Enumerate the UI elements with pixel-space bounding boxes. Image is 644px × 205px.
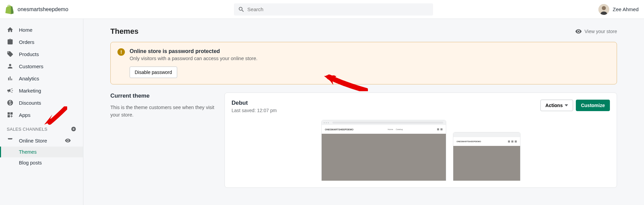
view-your-store-link[interactable]: View your store bbox=[575, 28, 617, 35]
sales-channels-label: SALES CHANNELS bbox=[0, 121, 83, 134]
subnav-blog-posts[interactable]: Blog posts bbox=[0, 157, 83, 168]
nav-customers[interactable]: Customers bbox=[0, 60, 83, 72]
user-menu[interactable]: Zee Ahmed bbox=[598, 4, 639, 15]
user-avatar bbox=[598, 4, 609, 15]
banner-title: Online store is password protected bbox=[130, 48, 610, 54]
main-content: Themes View your store ! Online store is… bbox=[83, 19, 644, 205]
desktop-preview: ONESMARTSHEEPDEMO HomeCatalog Image with… bbox=[321, 120, 446, 181]
disable-password-button[interactable]: Disable password bbox=[130, 67, 177, 78]
nav-online-store[interactable]: Online Store bbox=[0, 134, 83, 147]
current-theme-heading: Current theme bbox=[110, 93, 215, 99]
top-header: onesmartsheepdemo Zee Ahmed bbox=[0, 0, 644, 19]
search-icon bbox=[238, 6, 245, 13]
svg-point-1 bbox=[602, 6, 606, 10]
page-title: Themes bbox=[110, 27, 138, 36]
eye-icon[interactable] bbox=[65, 137, 71, 144]
products-icon bbox=[7, 51, 14, 57]
eye-icon bbox=[575, 28, 582, 35]
search-input[interactable] bbox=[247, 6, 429, 12]
caret-down-icon bbox=[565, 104, 568, 106]
sidebar: Home Orders Products Customers Analytics… bbox=[0, 19, 83, 205]
nav-apps[interactable]: Apps bbox=[0, 109, 83, 121]
customers-icon bbox=[7, 63, 14, 70]
nav-discounts[interactable]: Discounts bbox=[0, 97, 83, 109]
theme-card: Debut Last saved: 12:07 pm Actions Custo… bbox=[224, 93, 617, 188]
home-icon bbox=[7, 26, 14, 33]
nav-products[interactable]: Products bbox=[0, 48, 83, 60]
store-name[interactable]: onesmartsheepdemo bbox=[18, 6, 68, 12]
store-icon bbox=[7, 137, 14, 144]
apps-icon bbox=[7, 111, 14, 118]
orders-icon bbox=[7, 39, 14, 45]
current-theme-description: This is the theme customers see when the… bbox=[110, 104, 215, 119]
user-name: Zee Ahmed bbox=[613, 6, 639, 12]
warning-icon: ! bbox=[117, 48, 125, 56]
shopify-logo-icon bbox=[5, 5, 14, 14]
password-banner: ! Online store is password protected Onl… bbox=[110, 42, 617, 84]
theme-preview: ONESMARTSHEEPDEMO HomeCatalog Image with… bbox=[232, 120, 610, 181]
analytics-icon bbox=[7, 75, 14, 82]
theme-name: Debut bbox=[232, 100, 277, 106]
nav-home[interactable]: Home bbox=[0, 24, 83, 36]
nav-analytics[interactable]: Analytics bbox=[0, 72, 83, 84]
discounts-icon bbox=[7, 99, 14, 106]
nav-marketing[interactable]: Marketing bbox=[0, 84, 83, 97]
subnav-themes[interactable]: Themes bbox=[0, 147, 83, 157]
last-saved: Last saved: 12:07 pm bbox=[232, 108, 277, 113]
add-channel-icon[interactable] bbox=[71, 126, 76, 132]
banner-description: Only visitors with a password can access… bbox=[130, 56, 610, 61]
nav-orders[interactable]: Orders bbox=[0, 36, 83, 48]
marketing-icon bbox=[7, 87, 14, 94]
actions-dropdown[interactable]: Actions bbox=[540, 100, 573, 111]
customize-button[interactable]: Customize bbox=[576, 100, 610, 111]
mobile-preview: ONESMARTSHEEPDEMO bbox=[453, 132, 520, 181]
search-box[interactable] bbox=[234, 3, 433, 16]
